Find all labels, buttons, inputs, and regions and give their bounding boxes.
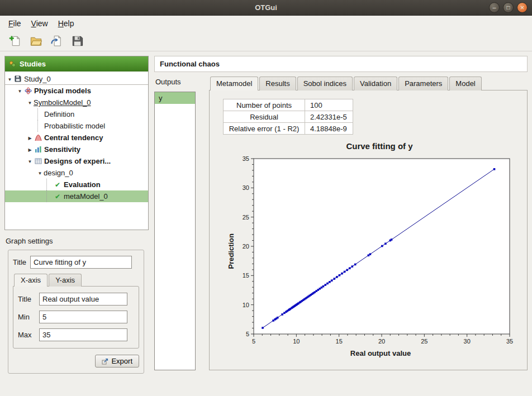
outputs-label: Outputs bbox=[155, 78, 201, 86]
svg-text:35: 35 bbox=[243, 155, 249, 162]
tree-item-metamodel-0[interactable]: metaModel_0 bbox=[5, 190, 148, 202]
tab-y-axis[interactable]: Y-axis bbox=[49, 274, 82, 287]
table-cell-label: Relative error (1 - R2) bbox=[224, 123, 305, 135]
close-icon[interactable] bbox=[517, 2, 528, 13]
graph-settings-title: Graph settings bbox=[6, 237, 149, 245]
tree-item-central-tendency[interactable]: Central tendency bbox=[5, 132, 148, 144]
svg-text:15: 15 bbox=[243, 272, 249, 279]
window-controls bbox=[489, 2, 528, 13]
export-button-label: Export bbox=[111, 357, 132, 365]
chevron-down-icon[interactable] bbox=[6, 75, 13, 83]
table-cell-value: 4.18848e-9 bbox=[305, 123, 353, 135]
titlebar: OTGui bbox=[0, 0, 532, 16]
tab-sobol-indices[interactable]: Sobol indices bbox=[297, 77, 353, 90]
x-axis-label: Real output value bbox=[227, 349, 517, 357]
chevron-down-icon[interactable] bbox=[26, 98, 34, 107]
save-button[interactable] bbox=[70, 34, 84, 48]
tree-guide-line bbox=[46, 179, 53, 190]
graph-settings-panel: Title X-axis Y-axis Title Min Max bbox=[8, 250, 144, 374]
chevron-right-icon[interactable] bbox=[26, 145, 34, 154]
menu-view[interactable]: View bbox=[26, 17, 53, 30]
axis-max-input[interactable] bbox=[39, 328, 127, 341]
export-icon bbox=[102, 358, 108, 365]
svg-text:20: 20 bbox=[243, 243, 249, 250]
tree-item-evaluation[interactable]: Evaluation bbox=[5, 179, 148, 190]
tree-item-label: Evaluation bbox=[64, 180, 101, 189]
svg-text:10: 10 bbox=[293, 338, 300, 345]
open-folder-icon bbox=[30, 35, 42, 47]
studies-header-label: Studies bbox=[20, 60, 46, 68]
design-of-experiments-icon bbox=[34, 158, 42, 165]
save-icon bbox=[71, 35, 84, 47]
tree-item-study-0[interactable]: Study_0 bbox=[5, 73, 148, 85]
tree-item-designs-of-experiments[interactable]: Designs of experi... bbox=[5, 155, 148, 167]
tab-model[interactable]: Model bbox=[449, 77, 481, 90]
export-button[interactable]: Export bbox=[95, 355, 139, 368]
svg-text:15: 15 bbox=[336, 338, 343, 345]
tree-item-label: design_0 bbox=[44, 169, 73, 177]
central-tendency-icon bbox=[34, 134, 42, 141]
physical-model-icon bbox=[23, 87, 32, 94]
tab-results[interactable]: Results bbox=[259, 77, 296, 90]
list-item-output-y[interactable]: y bbox=[155, 92, 195, 104]
studies-dock-header: Studies bbox=[5, 56, 148, 71]
svg-text:30: 30 bbox=[464, 338, 471, 345]
table-row: Relative error (1 - R2) 4.18848e-9 bbox=[224, 123, 353, 135]
metamodel-tabwidget: Metamodel Results Sobol indices Validati… bbox=[209, 77, 528, 370]
axis-min-label: Min bbox=[18, 313, 39, 321]
metamodel-tab-content: Number of points 100 Residual 2.42331e-5… bbox=[209, 90, 528, 370]
tree-item-label: Designs of experi... bbox=[44, 157, 111, 165]
chart-title: Curve fitting of y bbox=[227, 141, 517, 151]
outputs-list: y bbox=[154, 92, 196, 370]
y-axis-label: Prediction bbox=[227, 233, 237, 269]
tree-guide-line bbox=[46, 190, 53, 202]
table-cell-value: 100 bbox=[305, 99, 353, 111]
curve-fitting-plot: 51015202530355101520253035 bbox=[237, 154, 516, 349]
tab-x-axis[interactable]: X-axis bbox=[14, 274, 48, 287]
toolbar bbox=[0, 31, 532, 51]
tree-item-label: SymbolicModel_0 bbox=[34, 98, 91, 107]
maximize-icon[interactable] bbox=[503, 2, 514, 13]
chevron-down-icon[interactable] bbox=[16, 87, 23, 95]
tab-parameters[interactable]: Parameters bbox=[398, 77, 448, 90]
tree-item-symbolicmodel-0[interactable]: SymbolicModel_0 bbox=[5, 97, 148, 108]
svg-text:5: 5 bbox=[252, 338, 255, 345]
graph-title-input[interactable] bbox=[30, 256, 132, 269]
import-script-button[interactable] bbox=[49, 34, 64, 48]
menu-file[interactable]: File bbox=[3, 17, 26, 30]
minimize-icon[interactable] bbox=[489, 2, 500, 13]
tree-item-physical-models[interactable]: Physical models bbox=[5, 85, 148, 97]
open-study-button[interactable] bbox=[28, 34, 43, 48]
tree-item-label: Definition bbox=[44, 110, 74, 118]
metamodel-tabs: Metamodel Results Sobol indices Validati… bbox=[209, 77, 528, 90]
curve-fitting-chart: Curve fitting of y Prediction 5101520253… bbox=[227, 141, 517, 357]
svg-text:35: 35 bbox=[506, 338, 513, 345]
left-panel: Studies Study_0 Physical models bbox=[4, 56, 149, 390]
chevron-down-icon[interactable] bbox=[26, 157, 34, 165]
tree-item-label: Probabilistic model bbox=[44, 122, 105, 130]
chevron-down-icon[interactable] bbox=[36, 169, 44, 177]
tree-item-probabilistic-model[interactable]: Probabilistic model bbox=[5, 120, 148, 132]
axis-title-input[interactable] bbox=[39, 293, 127, 306]
tree-item-design-0[interactable]: design_0 bbox=[5, 167, 148, 179]
tab-metamodel[interactable]: Metamodel bbox=[210, 77, 258, 90]
window-title: OTGui bbox=[0, 3, 532, 12]
tree-item-definition[interactable]: Definition bbox=[5, 108, 148, 120]
menu-help[interactable]: Help bbox=[53, 17, 79, 30]
svg-text:30: 30 bbox=[243, 184, 249, 191]
new-study-button[interactable] bbox=[8, 34, 22, 48]
sensitivity-icon bbox=[34, 146, 42, 153]
analysis-area: Functional chaos Outputs y Metamodel Res… bbox=[154, 56, 528, 390]
axis-title-label: Title bbox=[18, 295, 39, 303]
chevron-right-icon[interactable] bbox=[26, 133, 34, 142]
svg-text:25: 25 bbox=[243, 214, 249, 221]
tree-item-sensitivity[interactable]: Sensitivity bbox=[5, 144, 148, 155]
axis-max-label: Max bbox=[18, 331, 39, 339]
axis-min-input[interactable] bbox=[39, 311, 127, 323]
tab-validation[interactable]: Validation bbox=[354, 77, 397, 90]
table-row: Residual 2.42331e-5 bbox=[224, 111, 353, 123]
outputs-panel: Outputs y bbox=[154, 77, 201, 370]
table-cell-value: 2.42331e-5 bbox=[305, 111, 353, 123]
tree-item-label: Physical models bbox=[34, 87, 91, 95]
menubar: File View Help bbox=[0, 16, 532, 31]
